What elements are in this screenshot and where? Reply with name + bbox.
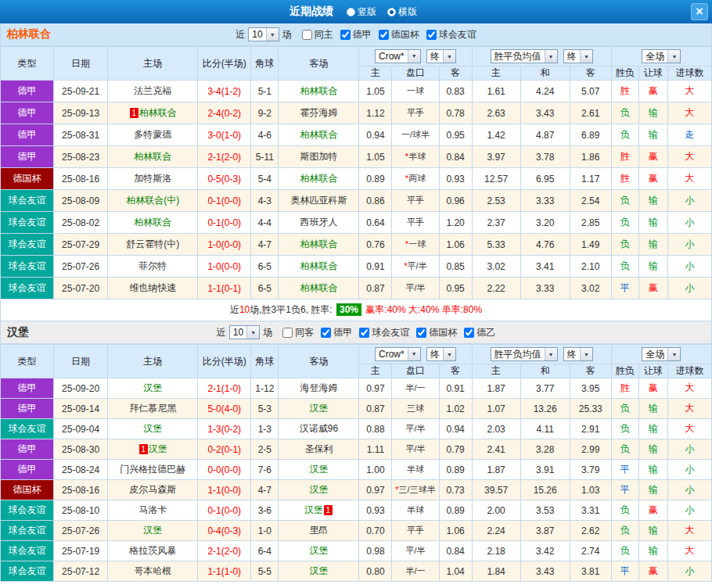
filter-option-德国杯[interactable]: 德国杯 xyxy=(379,28,419,41)
filter-checkbox[interactable] xyxy=(416,328,426,338)
team-name[interactable]: 多特蒙德 xyxy=(134,129,171,140)
team-name[interactable]: 奥林匹亚科斯 xyxy=(290,195,347,206)
filter-option-德国杯[interactable]: 德国杯 xyxy=(416,326,457,339)
avg-header-group: 胜平负均值▼ 终▼ xyxy=(472,47,611,66)
team-section-header: 柏林联合 近 10 ▼ 场 同主德甲德国杯球会友谊 xyxy=(0,23,712,46)
team-name[interactable]: 柏林联合 xyxy=(134,217,171,228)
away-team-cell: 柏林联合 xyxy=(279,234,359,256)
wdl-average-select[interactable]: 胜平负均值▼ xyxy=(491,347,558,361)
team-name[interactable]: 柏林联合(中) xyxy=(126,195,179,206)
option-label: 竖版 xyxy=(358,5,376,19)
team-name[interactable]: 汉堡 xyxy=(309,403,328,414)
team-name[interactable]: 汉堡 xyxy=(309,565,328,576)
filter-checkbox[interactable] xyxy=(426,30,437,40)
match-count-select[interactable]: 10 ▼ xyxy=(229,325,260,339)
handicap-value: 平手 xyxy=(392,212,439,234)
team-name[interactable]: 圣保利 xyxy=(304,443,333,454)
team-name[interactable]: 菲尔特 xyxy=(138,260,167,271)
team-name[interactable]: 柏林联合 xyxy=(300,238,337,249)
team-name[interactable]: 汉堡 xyxy=(304,504,323,515)
team-name[interactable]: 柏林联合 xyxy=(300,173,337,184)
select-value: Crow* xyxy=(379,349,408,360)
filter-option-德甲[interactable]: 德甲 xyxy=(340,28,372,41)
final-avg-select[interactable]: 终▼ xyxy=(563,347,593,361)
filter-bar: 近 10 ▼ 场 同客德甲球会友谊德国杯德乙 xyxy=(217,325,495,339)
filter-checkbox[interactable] xyxy=(302,30,312,40)
fulltime-select[interactable]: 全场▼ xyxy=(642,347,681,361)
team-name[interactable]: 汉诺威96 xyxy=(300,423,338,434)
team-name[interactable]: 柏林联合 xyxy=(134,151,171,162)
team-name[interactable]: 汉堡 xyxy=(143,382,162,393)
team-name[interactable]: 汉堡 xyxy=(149,443,167,454)
bookmaker-select[interactable]: Crow*▼ xyxy=(375,347,421,361)
filter-option-球会友谊[interactable]: 球会友谊 xyxy=(426,28,476,41)
avg-draw: 3.20 xyxy=(520,212,570,234)
odds-home: 0.88 xyxy=(359,419,392,439)
match-row: 球会友谊25-07-29舒云霍特(中)1-0(0-0)4-7柏林联合0.76*一… xyxy=(1,234,712,256)
team-name[interactable]: 哥本哈根 xyxy=(134,565,171,576)
bookmaker-select[interactable]: Crow*▼ xyxy=(375,49,421,63)
team-name[interactable]: 舒云霍特(中) xyxy=(126,238,179,249)
filter-option-球会友谊[interactable]: 球会友谊 xyxy=(359,326,409,339)
filter-checkbox[interactable] xyxy=(464,328,474,338)
filter-checkbox[interactable] xyxy=(282,328,293,338)
red-card-badge: 1 xyxy=(130,108,138,118)
team-name[interactable]: 汉堡 xyxy=(143,423,162,434)
layout-option-vertical[interactable]: 竖版 xyxy=(347,5,376,19)
filter-checkbox[interactable] xyxy=(321,328,331,338)
close-button[interactable]: × xyxy=(691,3,708,20)
team-name[interactable]: 海登海姆 xyxy=(300,382,337,393)
odds-home: 0.64 xyxy=(359,212,392,234)
team-name[interactable]: 西班牙人 xyxy=(300,217,337,228)
team-name[interactable]: 皮尔马森斯 xyxy=(129,484,176,495)
team-name[interactable]: 维也纳快速 xyxy=(129,282,176,293)
team-name[interactable]: 柏林联合 xyxy=(300,260,337,271)
team-name[interactable]: 马洛卡 xyxy=(138,504,167,515)
away-team-cell: 汉堡 xyxy=(279,460,359,480)
fulltime-select[interactable]: 全场▼ xyxy=(642,49,681,63)
team-name[interactable]: 格拉茨风暴 xyxy=(129,545,176,556)
match-date: 25-08-16 xyxy=(54,480,108,500)
filter-option-同主[interactable]: 同主 xyxy=(302,28,333,41)
team-name[interactable]: 柏林联合 xyxy=(300,282,337,293)
odds-away: 1.06 xyxy=(439,521,472,541)
handicap-star-icon: * xyxy=(405,239,408,249)
filter-checkbox[interactable] xyxy=(359,328,369,338)
team-name[interactable]: 里昂 xyxy=(309,525,328,536)
competition-type: 德甲 xyxy=(1,102,54,124)
team-name[interactable]: 加特斯洛 xyxy=(134,173,171,184)
filter-label: 德乙 xyxy=(476,326,495,339)
handicap-star-icon: * xyxy=(405,152,408,161)
team-name[interactable]: 汉堡 xyxy=(309,545,328,556)
match-date: 25-08-02 xyxy=(54,212,108,234)
team-name[interactable]: 柏林联合 xyxy=(139,107,177,118)
team-name[interactable]: 斯图加特 xyxy=(300,151,337,162)
team-name[interactable]: 汉堡 xyxy=(309,464,328,475)
team-name[interactable]: 门兴格拉德巴赫 xyxy=(120,464,185,475)
match-count-select[interactable]: 10 ▼ xyxy=(248,27,279,41)
team-name[interactable]: 拜仁慕尼黑 xyxy=(129,403,176,414)
filter-option-德乙[interactable]: 德乙 xyxy=(464,326,495,339)
result-wdl: 负 xyxy=(611,234,638,256)
filter-option-同客[interactable]: 同客 xyxy=(282,326,314,339)
layout-option-horizontal[interactable]: 横版 xyxy=(387,5,417,19)
team-name[interactable]: 霍芬海姆 xyxy=(300,107,337,118)
home-team-cell: 舒云霍特(中) xyxy=(108,234,198,256)
select-value: 终 xyxy=(430,50,443,63)
team-name[interactable]: 柏林联合 xyxy=(300,85,337,96)
team-name[interactable]: 柏林联合 xyxy=(300,129,337,140)
final-avg-select[interactable]: 终▼ xyxy=(563,49,593,63)
avg-lose: 6.89 xyxy=(570,124,611,146)
final-odds-select[interactable]: 终▼ xyxy=(426,49,456,63)
filter-checkbox[interactable] xyxy=(340,30,351,40)
avg-win: 2.03 xyxy=(472,419,520,439)
match-date: 25-09-04 xyxy=(54,419,108,439)
team-name[interactable]: 汉堡 xyxy=(309,484,328,495)
final-odds-select[interactable]: 终▼ xyxy=(426,347,456,361)
filter-checkbox[interactable] xyxy=(379,30,389,40)
filter-option-德甲[interactable]: 德甲 xyxy=(321,326,352,339)
team-name[interactable]: 法兰克福 xyxy=(134,85,171,96)
match-row: 球会友谊25-08-09柏林联合(中)0-1(0-0)4-3奥林匹亚科斯0.86… xyxy=(1,190,712,212)
team-name[interactable]: 汉堡 xyxy=(143,525,162,536)
wdl-average-select[interactable]: 胜平负均值▼ xyxy=(491,49,558,63)
